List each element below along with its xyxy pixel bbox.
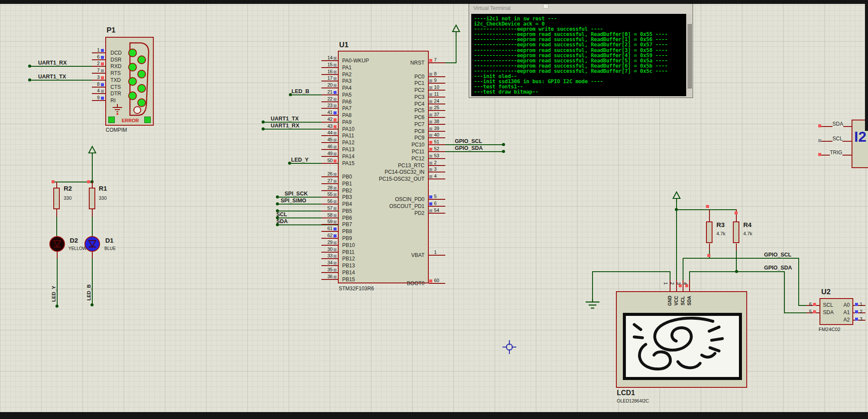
pin-stub[interactable] [321, 74, 338, 75]
net-label-spi-sck[interactable]: SPI_SCK [285, 191, 308, 197]
pin-stub[interactable] [92, 59, 105, 60]
wire-gnd-lcd[interactable] [592, 271, 593, 300]
power-arrow-icon[interactable] [451, 24, 461, 36]
net-label-uart1-rx[interactable]: UART1_RX [38, 60, 67, 66]
pin-stub[interactable] [429, 255, 445, 256]
pin-stub[interactable] [321, 211, 338, 211]
r2-ref[interactable]: R2 [64, 185, 72, 192]
terminal-title[interactable]: Virtual Terminal [473, 5, 511, 11]
wire-r4-sda[interactable] [736, 250, 737, 272]
pin-stub[interactable] [92, 73, 105, 74]
virtual-terminal-window[interactable]: Virtual Terminal ----i2c1 not in sw rest… [469, 2, 693, 98]
pin-stub[interactable] [429, 179, 445, 179]
pin-stub[interactable] [321, 60, 338, 61]
pin-stub[interactable] [429, 165, 445, 166]
pin-stub[interactable] [321, 94, 338, 95]
wire-pullup-rail[interactable] [677, 209, 737, 210]
pin-stub[interactable] [321, 231, 338, 232]
r1-value[interactable]: 330 [99, 195, 107, 201]
r4-value[interactable]: 4.7k [743, 231, 752, 236]
wire-gpio-scl-right[interactable] [683, 258, 799, 259]
net-label-uart1-tx[interactable]: UART1_TX [271, 116, 299, 122]
r3-ref[interactable]: R3 [716, 221, 725, 228]
net-label-spi-simo[interactable]: SPI_SIMO [281, 198, 306, 204]
net-label-led-y[interactable]: LED_Y [291, 157, 308, 163]
wire-gpio-sda-right[interactable] [784, 312, 807, 313]
pin-stub[interactable] [321, 101, 338, 102]
wire-lcd-scl[interactable] [683, 258, 683, 280]
net-label-gpio-sda[interactable]: GPIO_SDA [764, 265, 792, 271]
pin-stub[interactable] [429, 206, 445, 207]
wire-r1-d1[interactable] [92, 217, 93, 237]
wire-gpio-sda[interactable] [444, 151, 504, 152]
net-label-led-y[interactable]: LED_Y [51, 284, 56, 304]
wire-gpio-scl-right[interactable] [798, 258, 799, 305]
net-label-sda[interactable]: SDA [276, 218, 288, 224]
net-label-gpio-sda[interactable]: GPIO_SDA [455, 145, 483, 151]
pin-stub[interactable] [429, 213, 445, 214]
pin-stub[interactable] [321, 252, 338, 253]
pin-stub[interactable] [429, 131, 445, 132]
terminal-titlebar-button[interactable] [543, 4, 548, 9]
pin-stub[interactable] [321, 176, 338, 177]
pin-stub[interactable] [321, 108, 338, 109]
resistor-r2[interactable] [53, 188, 60, 209]
u1-value[interactable]: STM32F103R6 [339, 286, 374, 292]
pin-stub[interactable] [321, 190, 338, 191]
wire-lcd-gnd[interactable] [670, 272, 670, 280]
pin-stub[interactable] [429, 137, 445, 138]
ground-icon[interactable] [585, 299, 600, 311]
schematic-canvas[interactable]: P1 ERROR COMPIM UART1_RX UART1_TX [0, 0, 868, 419]
d2-ref[interactable]: D2 [70, 237, 78, 244]
pin-stub[interactable] [429, 90, 445, 91]
pin-stub[interactable] [429, 117, 445, 118]
pin-stub[interactable] [321, 183, 338, 184]
wire-led-y[interactable] [57, 258, 58, 306]
pin-stub[interactable] [321, 238, 338, 239]
wire-r2-d2[interactable] [56, 217, 57, 237]
pin-stub[interactable] [429, 158, 445, 159]
pin-stub[interactable] [321, 272, 338, 273]
wire-vcc-lcd[interactable] [676, 209, 677, 280]
terminal-scrollbar[interactable] [686, 14, 692, 96]
scrollbar-thumb[interactable] [687, 23, 692, 88]
pin-stub[interactable] [321, 279, 338, 280]
pin-stub[interactable] [92, 66, 105, 67]
wire-vcc-leds[interactable] [92, 155, 93, 182]
pin-stub[interactable] [321, 156, 338, 157]
u2-value[interactable]: FM24C02 [819, 327, 841, 332]
pin-stub[interactable] [429, 62, 445, 63]
net-label-uart1-rx[interactable]: UART1_RX [271, 123, 299, 129]
pin-stub[interactable] [92, 100, 105, 101]
pin-stub[interactable] [321, 81, 338, 81]
pin-stub[interactable] [321, 122, 338, 123]
pin-stub[interactable] [321, 149, 338, 150]
pin-stub[interactable] [321, 197, 338, 198]
pin-stub[interactable] [321, 258, 338, 259]
pin-stub[interactable] [321, 265, 338, 266]
net-label-uart1-tx[interactable]: UART1_TX [38, 74, 66, 80]
u1-ref[interactable]: U1 [339, 41, 349, 49]
pin-stub[interactable] [321, 135, 338, 136]
pin-stub[interactable] [321, 142, 338, 143]
lcd1-ref[interactable]: LCD1 [617, 389, 635, 397]
pin-stub[interactable] [321, 218, 338, 218]
pin-stub[interactable] [429, 83, 445, 84]
pin-stub[interactable] [429, 104, 445, 104]
r3-value[interactable]: 4.7k [716, 231, 725, 236]
pin-stub[interactable] [429, 110, 445, 111]
d1-value[interactable]: BLUE [104, 246, 116, 251]
net-label-scl[interactable]: SCL [276, 211, 287, 218]
pin-stub[interactable] [92, 87, 105, 88]
net-label-gpio-scl[interactable]: GPIO_SCL [455, 138, 482, 144]
pin-stub[interactable] [429, 144, 445, 145]
r4-ref[interactable]: R4 [743, 221, 751, 228]
r2-value[interactable]: 330 [64, 195, 71, 201]
pin-stub[interactable] [429, 199, 445, 200]
wire-lcd-sda[interactable] [689, 272, 690, 280]
wire-gnd-lcd[interactable] [593, 271, 670, 272]
pin-stub[interactable] [321, 67, 338, 68]
pin-stub[interactable] [429, 283, 445, 284]
resistor-r4[interactable] [733, 221, 739, 243]
power-arrow-icon[interactable] [672, 191, 681, 202]
